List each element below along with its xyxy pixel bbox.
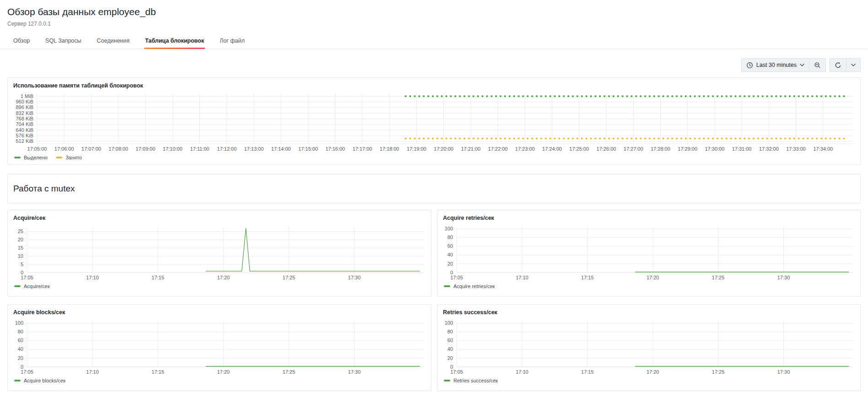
svg-text:17:30: 17:30	[348, 369, 361, 375]
svg-text:17:29:00: 17:29:00	[678, 146, 697, 152]
legend-item[interactable]: Retries success/сек	[444, 378, 498, 383]
acquire-retries-chart[interactable]: 17:0517:1017:1517:2017:2517:301008060402…	[437, 222, 860, 283]
svg-text:896 KiB: 896 KiB	[16, 104, 33, 110]
svg-text:17:11:00: 17:11:00	[190, 146, 209, 152]
chart-svg: 17:05:0017:06:0017:07:0017:08:0017:09:00…	[8, 90, 860, 154]
clock-icon	[746, 62, 753, 69]
legend-item[interactable]: Acquire/сек	[14, 283, 50, 289]
section-title: Работа с mutex	[13, 184, 75, 194]
svg-text:17:15: 17:15	[151, 369, 164, 375]
svg-text:0: 0	[21, 364, 23, 370]
svg-text:512 KiB: 512 KiB	[16, 138, 33, 144]
svg-text:17:25: 17:25	[712, 275, 725, 280]
chevron-down-icon	[851, 64, 856, 66]
panel-acquire: Acquire/сек 17:0517:1017:1517:2017:2517:…	[7, 210, 431, 297]
panel-lock-table-memory: Использование памяти таблицей блокировок…	[7, 77, 861, 165]
tab-connections[interactable]: Соединения	[96, 34, 130, 49]
svg-text:17:27:00: 17:27:00	[624, 146, 643, 152]
lock-table-memory-chart[interactable]: 17:05:0017:06:0017:07:0017:08:0017:09:00…	[8, 90, 860, 154]
chart-legend: ВыделеноЗанято	[14, 155, 860, 160]
svg-text:17:05:00: 17:05:00	[27, 146, 47, 152]
svg-text:17:24:00: 17:24:00	[542, 146, 562, 152]
svg-text:40: 40	[447, 252, 453, 257]
page-header: Обзор базы данных employee_db Сервер 127…	[0, 0, 868, 27]
chart-legend: Retries success/сек	[444, 378, 860, 383]
refresh-button[interactable]	[830, 58, 846, 72]
acquire-blocks-chart[interactable]: 17:0517:1017:1517:2017:2517:301008060402…	[8, 316, 431, 377]
svg-text:17:10:00: 17:10:00	[163, 146, 183, 152]
svg-text:20: 20	[18, 355, 23, 361]
panel-acquire-blocks: Acquire blocks/сек 17:0517:1017:1517:201…	[7, 304, 431, 391]
svg-text:17:28:00: 17:28:00	[651, 146, 670, 152]
refresh-interval-button[interactable]	[846, 58, 861, 72]
chart-svg: 17:0517:1017:1517:2017:2517:301008060402…	[8, 316, 431, 377]
svg-text:60: 60	[447, 243, 453, 249]
svg-text:0: 0	[21, 270, 23, 275]
panel-title: Acquire blocks/сек	[8, 305, 431, 316]
svg-text:17:15:00: 17:15:00	[298, 146, 318, 152]
chart-legend: Acquire blocks/сек	[14, 378, 431, 383]
svg-text:17:22:00: 17:22:00	[488, 146, 508, 152]
svg-text:100: 100	[15, 320, 23, 326]
svg-text:17:26:00: 17:26:00	[597, 146, 616, 152]
retries-success-chart[interactable]: 17:0517:1017:1517:2017:2517:301008060402…	[437, 316, 860, 377]
svg-text:17:30: 17:30	[777, 275, 790, 280]
svg-text:17:08:00: 17:08:00	[108, 146, 128, 152]
svg-text:20: 20	[447, 261, 453, 267]
svg-text:17:33:00: 17:33:00	[786, 146, 806, 152]
svg-text:25: 25	[18, 229, 23, 234]
tab-log-file[interactable]: Лог файл	[219, 34, 246, 49]
legend-item[interactable]: Acquire retries/сек	[444, 283, 495, 289]
chart-svg: 17:0517:1017:1517:2017:2517:302520151050	[8, 222, 431, 283]
tab-overview[interactable]: Обзор	[12, 34, 31, 49]
svg-text:17:10: 17:10	[86, 275, 99, 280]
svg-text:768 KiB: 768 KiB	[16, 116, 33, 121]
legend-item[interactable]: Выделено	[14, 155, 48, 160]
legend-item[interactable]: Занято	[56, 155, 82, 160]
tab-sql-queries[interactable]: SQL Запросы	[44, 34, 82, 49]
svg-text:40: 40	[447, 346, 453, 352]
panel-title: Retries success/сек	[437, 305, 860, 316]
tab-bar: ОбзорSQL ЗапросыСоединенияТаблица блокир…	[0, 34, 868, 49]
svg-text:17:19:00: 17:19:00	[407, 146, 426, 152]
svg-text:17:20:00: 17:20:00	[434, 146, 453, 152]
chart-svg: 17:0517:1017:1517:2017:2517:301008060402…	[437, 222, 860, 283]
mutex-panel-grid: Acquire/сек 17:0517:1017:1517:2017:2517:…	[7, 210, 861, 391]
svg-text:17:30:00: 17:30:00	[705, 146, 724, 152]
tab-lock-table[interactable]: Таблица блокировок	[144, 34, 205, 49]
svg-text:17:30: 17:30	[348, 275, 361, 280]
svg-text:17:32:00: 17:32:00	[759, 146, 779, 152]
svg-text:17:25: 17:25	[283, 369, 296, 375]
svg-text:17:16:00: 17:16:00	[325, 146, 345, 152]
svg-text:17:10: 17:10	[516, 369, 528, 375]
time-range-label: Last 30 minutes	[756, 62, 797, 68]
svg-text:17:30: 17:30	[777, 369, 790, 375]
panel-title: Acquire/сек	[8, 210, 431, 222]
svg-text:832 KiB: 832 KiB	[16, 110, 33, 116]
legend-label: Acquire/сек	[24, 283, 50, 289]
svg-text:20: 20	[447, 355, 453, 361]
svg-text:17:12:00: 17:12:00	[217, 146, 237, 152]
svg-text:17:05: 17:05	[450, 275, 463, 280]
chevron-down-icon	[800, 64, 804, 66]
legend-item[interactable]: Acquire blocks/сек	[14, 378, 65, 383]
svg-text:15: 15	[18, 245, 23, 251]
acquire-chart[interactable]: 17:0517:1017:1517:2017:2517:302520151050	[8, 222, 431, 283]
svg-text:17:07:00: 17:07:00	[81, 146, 101, 152]
svg-text:17:20: 17:20	[217, 275, 230, 280]
svg-text:17:05: 17:05	[21, 369, 33, 375]
svg-text:17:18:00: 17:18:00	[380, 146, 399, 152]
time-range-button[interactable]: Last 30 minutes	[741, 58, 809, 72]
time-range-group: Last 30 minutes	[741, 58, 826, 72]
svg-text:576 KiB: 576 KiB	[16, 133, 33, 138]
server-subtitle: Сервер 127.0.0.1	[7, 21, 861, 27]
legend-label: Acquire blocks/сек	[24, 378, 65, 383]
svg-text:40: 40	[18, 346, 23, 352]
svg-text:17:05: 17:05	[21, 275, 33, 280]
legend-swatch	[444, 380, 450, 381]
legend-swatch	[14, 380, 21, 381]
zoom-out-button[interactable]	[809, 58, 826, 72]
chart-svg: 17:0517:1017:1517:2017:2517:301008060402…	[437, 316, 860, 377]
svg-text:17:20: 17:20	[217, 369, 230, 375]
svg-text:17:34:00: 17:34:00	[813, 146, 833, 152]
